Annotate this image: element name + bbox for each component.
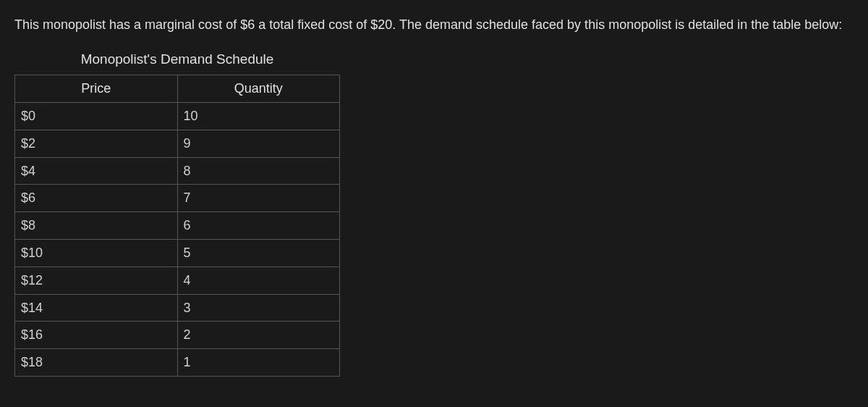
table-header-row: Price Quantity — [15, 75, 340, 103]
cell-price: $4 — [15, 157, 178, 185]
table-row: $6 7 — [15, 185, 340, 212]
cell-quantity: 7 — [177, 185, 340, 212]
header-quantity: Quantity — [177, 75, 340, 103]
demand-schedule-table: Monopolist's Demand Schedule Price Quant… — [14, 49, 340, 377]
cell-quantity: 8 — [177, 157, 340, 185]
cell-price: $10 — [15, 239, 178, 267]
cell-quantity: 1 — [177, 349, 340, 377]
intro-text: This monopolist has a marginal cost of $… — [14, 14, 854, 35]
table-row: $14 3 — [15, 294, 340, 322]
cell-price: $8 — [15, 212, 178, 240]
cell-quantity: 2 — [177, 322, 340, 349]
table-row: $8 6 — [15, 212, 340, 240]
table-caption: Monopolist's Demand Schedule — [14, 49, 340, 75]
cell-quantity: 10 — [177, 102, 340, 130]
cell-quantity: 5 — [177, 239, 340, 267]
table-row: $0 10 — [15, 102, 340, 130]
table-row: $4 8 — [15, 157, 340, 185]
table-row: $16 2 — [15, 322, 340, 349]
cell-price: $0 — [15, 102, 178, 130]
cell-price: $18 — [15, 349, 178, 377]
cell-quantity: 3 — [177, 294, 340, 322]
cell-quantity: 4 — [177, 267, 340, 294]
table-row: $18 1 — [15, 349, 340, 377]
cell-price: $14 — [15, 294, 178, 322]
header-price: Price — [15, 75, 178, 103]
cell-price: $2 — [15, 130, 178, 157]
cell-price: $12 — [15, 267, 178, 294]
cell-quantity: 9 — [177, 130, 340, 157]
cell-price: $6 — [15, 185, 178, 212]
cell-price: $16 — [15, 322, 178, 349]
table-row: $12 4 — [15, 267, 340, 294]
table-container: Monopolist's Demand Schedule Price Quant… — [14, 49, 854, 377]
table-row: $2 9 — [15, 130, 340, 157]
table-row: $10 5 — [15, 239, 340, 267]
cell-quantity: 6 — [177, 212, 340, 240]
